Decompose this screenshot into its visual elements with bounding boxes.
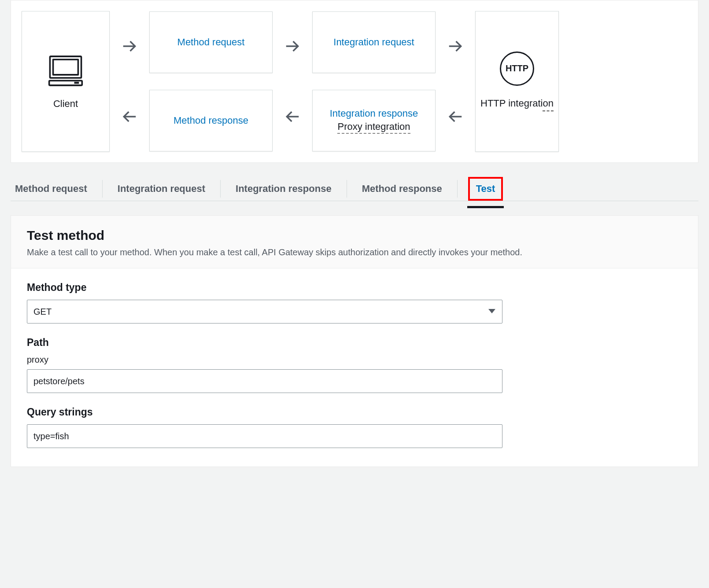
- integration-type-label: HTTP integration: [480, 96, 554, 112]
- query-strings-group: Query strings: [27, 406, 682, 448]
- arrow-right-icon: [273, 15, 312, 77]
- query-strings-input[interactable]: [27, 424, 502, 448]
- arrow-left-icon: [273, 86, 312, 147]
- client-label: Client: [53, 98, 78, 110]
- http-badge-icon: HTTP: [500, 51, 534, 86]
- tab-active-underline: [467, 206, 504, 208]
- arrow-right-icon: [436, 15, 475, 77]
- tab-test[interactable]: Test: [468, 177, 503, 201]
- tab-integration-response[interactable]: Integration response: [231, 177, 336, 201]
- integration-response-link[interactable]: Integration response: [330, 108, 418, 119]
- method-response-link[interactable]: Method response: [174, 115, 248, 126]
- method-type-label: Method type: [27, 282, 682, 294]
- integration-type-box: HTTP HTTP integration: [475, 11, 559, 152]
- tab-divider: [347, 180, 347, 198]
- method-type-group: Method type: [27, 282, 682, 323]
- path-group: Path proxy: [27, 337, 682, 393]
- panel-description: Make a test call to your method. When yo…: [27, 247, 682, 257]
- method-request-link[interactable]: Method request: [177, 37, 245, 48]
- integration-request-link[interactable]: Integration request: [333, 37, 414, 48]
- tab-divider: [220, 180, 221, 198]
- tab-divider: [457, 180, 458, 198]
- integration-request-box[interactable]: Integration request: [312, 11, 436, 73]
- tabs: Method request Integration request Integ…: [11, 177, 698, 201]
- method-request-box[interactable]: Method request: [149, 11, 273, 73]
- client-box: Client: [22, 11, 110, 152]
- svg-rect-1: [53, 59, 78, 75]
- proxy-path-input[interactable]: [27, 369, 502, 393]
- panel-title: Test method: [27, 228, 682, 243]
- tab-method-request[interactable]: Method request: [11, 177, 92, 201]
- tab-test-label: Test: [476, 183, 495, 194]
- tab-integration-request[interactable]: Integration request: [113, 177, 210, 201]
- test-method-panel: Test method Make a test call to your met…: [11, 215, 698, 467]
- path-label: Path: [27, 337, 682, 349]
- tab-divider: [102, 180, 103, 198]
- tab-method-response[interactable]: Method response: [358, 177, 447, 201]
- query-strings-label: Query strings: [27, 406, 682, 418]
- method-type-select-wrap[interactable]: [27, 300, 502, 323]
- arrow-left-icon: [436, 86, 475, 147]
- arrow-right-icon: [110, 15, 149, 77]
- svg-rect-3: [74, 82, 79, 84]
- proxy-sublabel: proxy: [27, 355, 682, 365]
- test-form: Method type Path proxy Query strings: [11, 268, 698, 467]
- panel-header: Test method Make a test call to your met…: [11, 216, 698, 268]
- method-type-select[interactable]: [27, 300, 502, 323]
- proxy-integration-label: Proxy integration: [337, 121, 410, 134]
- http-badge-text: HTTP: [506, 63, 528, 74]
- client-monitor-icon: [46, 53, 85, 90]
- arrow-left-icon: [110, 86, 149, 147]
- integration-response-box[interactable]: Integration response Proxy integration: [312, 90, 436, 151]
- method-execution-diagram: Client Method request Integration reques…: [11, 0, 698, 163]
- method-response-box[interactable]: Method response: [149, 90, 273, 151]
